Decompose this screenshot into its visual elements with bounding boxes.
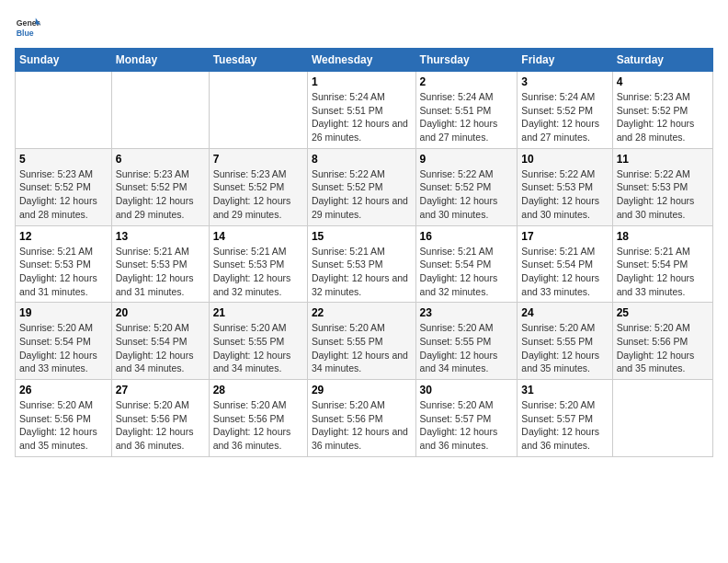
day-info: Sunrise: 5:22 AMSunset: 5:52 PMDaylight:…	[312, 167, 412, 222]
day-info: Sunrise: 5:21 AMSunset: 5:53 PMDaylight:…	[19, 245, 108, 299]
day-info: Sunrise: 5:20 AMSunset: 5:57 PMDaylight:…	[521, 398, 608, 453]
day-info: Sunrise: 5:24 AMSunset: 5:51 PMDaylight:…	[312, 90, 412, 144]
calendar-cell: 18 Sunrise: 5:21 AMSunset: 5:54 PMDaylig…	[612, 225, 712, 303]
day-info: Sunrise: 5:24 AMSunset: 5:52 PMDaylight:…	[521, 90, 608, 144]
day-number: 30	[420, 384, 514, 396]
day-number: 23	[420, 306, 514, 319]
day-number: 4	[617, 75, 709, 88]
calendar-cell: 16 Sunrise: 5:21 AMSunset: 5:54 PMDaylig…	[415, 225, 518, 303]
day-number: 31	[521, 384, 608, 396]
calendar-cell: 23 Sunrise: 5:20 AMSunset: 5:55 PMDaylig…	[415, 303, 518, 380]
calendar-cell: 2 Sunrise: 5:24 AMSunset: 5:51 PMDayligh…	[415, 72, 518, 149]
day-number: 21	[213, 306, 303, 319]
header-cell-thursday: Thursday	[415, 49, 518, 72]
day-number: 25	[617, 306, 709, 319]
calendar-cell: 9 Sunrise: 5:22 AMSunset: 5:52 PMDayligh…	[415, 148, 518, 225]
calendar-cell: 22 Sunrise: 5:20 AMSunset: 5:55 PMDaylig…	[307, 303, 415, 380]
calendar-week-4: 19 Sunrise: 5:20 AMSunset: 5:54 PMDaylig…	[16, 303, 713, 380]
day-info: Sunrise: 5:23 AMSunset: 5:52 PMDaylight:…	[617, 90, 709, 144]
calendar-cell	[111, 72, 209, 149]
day-info: Sunrise: 5:21 AMSunset: 5:54 PMDaylight:…	[420, 245, 514, 299]
day-number: 10	[521, 153, 608, 166]
header-row: SundayMondayTuesdayWednesdayThursdayFrid…	[16, 49, 713, 72]
day-number: 29	[312, 384, 412, 396]
day-info: Sunrise: 5:20 AMSunset: 5:56 PMDaylight:…	[19, 398, 108, 453]
day-number: 26	[19, 384, 108, 396]
day-number: 6	[116, 153, 205, 166]
calendar-cell: 30 Sunrise: 5:20 AMSunset: 5:57 PMDaylig…	[415, 380, 518, 457]
calendar-cell: 11 Sunrise: 5:22 AMSunset: 5:53 PMDaylig…	[612, 148, 712, 225]
day-info: Sunrise: 5:22 AMSunset: 5:53 PMDaylight:…	[617, 167, 709, 222]
day-info: Sunrise: 5:20 AMSunset: 5:56 PMDaylight:…	[617, 321, 709, 375]
logo-icon: General Blue	[15, 15, 40, 40]
calendar-cell: 26 Sunrise: 5:20 AMSunset: 5:56 PMDaylig…	[16, 380, 112, 457]
day-number: 3	[521, 75, 608, 88]
day-number: 28	[213, 384, 303, 396]
day-info: Sunrise: 5:23 AMSunset: 5:52 PMDaylight:…	[19, 167, 108, 222]
day-number: 19	[19, 306, 108, 319]
calendar-cell: 6 Sunrise: 5:23 AMSunset: 5:52 PMDayligh…	[111, 148, 209, 225]
day-info: Sunrise: 5:21 AMSunset: 5:54 PMDaylight:…	[617, 245, 709, 299]
calendar-cell: 20 Sunrise: 5:20 AMSunset: 5:54 PMDaylig…	[111, 303, 209, 380]
day-info: Sunrise: 5:21 AMSunset: 5:53 PMDaylight:…	[213, 245, 303, 299]
calendar-body: 1 Sunrise: 5:24 AMSunset: 5:51 PMDayligh…	[16, 72, 713, 457]
calendar-cell: 7 Sunrise: 5:23 AMSunset: 5:52 PMDayligh…	[209, 148, 307, 225]
calendar-cell: 15 Sunrise: 5:21 AMSunset: 5:53 PMDaylig…	[307, 225, 415, 303]
day-info: Sunrise: 5:20 AMSunset: 5:54 PMDaylight:…	[116, 321, 205, 375]
calendar-cell: 14 Sunrise: 5:21 AMSunset: 5:53 PMDaylig…	[209, 225, 307, 303]
header-cell-wednesday: Wednesday	[307, 49, 415, 72]
header-cell-friday: Friday	[518, 49, 612, 72]
day-info: Sunrise: 5:21 AMSunset: 5:53 PMDaylight:…	[312, 245, 412, 299]
day-info: Sunrise: 5:21 AMSunset: 5:54 PMDaylight:…	[521, 245, 608, 299]
calendar-cell: 5 Sunrise: 5:23 AMSunset: 5:52 PMDayligh…	[16, 148, 112, 225]
calendar-cell: 3 Sunrise: 5:24 AMSunset: 5:52 PMDayligh…	[518, 72, 612, 149]
day-number: 15	[312, 230, 412, 243]
page-header: General Blue	[15, 15, 713, 40]
day-info: Sunrise: 5:20 AMSunset: 5:55 PMDaylight:…	[213, 321, 303, 375]
day-info: Sunrise: 5:24 AMSunset: 5:51 PMDaylight:…	[420, 90, 514, 144]
calendar-cell: 31 Sunrise: 5:20 AMSunset: 5:57 PMDaylig…	[518, 380, 612, 457]
day-number: 18	[617, 230, 709, 243]
calendar-cell: 24 Sunrise: 5:20 AMSunset: 5:55 PMDaylig…	[518, 303, 612, 380]
header-cell-monday: Monday	[111, 49, 209, 72]
calendar-cell: 17 Sunrise: 5:21 AMSunset: 5:54 PMDaylig…	[518, 225, 612, 303]
calendar-cell: 25 Sunrise: 5:20 AMSunset: 5:56 PMDaylig…	[612, 303, 712, 380]
calendar-week-3: 12 Sunrise: 5:21 AMSunset: 5:53 PMDaylig…	[16, 225, 713, 303]
calendar-cell: 19 Sunrise: 5:20 AMSunset: 5:54 PMDaylig…	[16, 303, 112, 380]
day-number: 27	[116, 384, 205, 396]
logo: General Blue	[15, 15, 44, 40]
calendar-table: SundayMondayTuesdayWednesdayThursdayFrid…	[15, 48, 713, 457]
day-number: 2	[420, 75, 514, 88]
day-number: 13	[116, 230, 205, 243]
day-number: 22	[312, 306, 412, 319]
calendar-cell: 13 Sunrise: 5:21 AMSunset: 5:53 PMDaylig…	[111, 225, 209, 303]
day-info: Sunrise: 5:22 AMSunset: 5:53 PMDaylight:…	[521, 167, 608, 222]
day-info: Sunrise: 5:20 AMSunset: 5:54 PMDaylight:…	[19, 321, 108, 375]
svg-text:Blue: Blue	[17, 29, 34, 38]
header-cell-tuesday: Tuesday	[209, 49, 307, 72]
calendar-header: SundayMondayTuesdayWednesdayThursdayFrid…	[16, 49, 713, 72]
day-info: Sunrise: 5:20 AMSunset: 5:55 PMDaylight:…	[521, 321, 608, 375]
calendar-cell	[209, 72, 307, 149]
calendar-cell	[16, 72, 112, 149]
day-info: Sunrise: 5:23 AMSunset: 5:52 PMDaylight:…	[116, 167, 205, 222]
day-number: 16	[420, 230, 514, 243]
header-cell-saturday: Saturday	[612, 49, 712, 72]
calendar-week-2: 5 Sunrise: 5:23 AMSunset: 5:52 PMDayligh…	[16, 148, 713, 225]
calendar-cell: 28 Sunrise: 5:20 AMSunset: 5:56 PMDaylig…	[209, 380, 307, 457]
day-number: 14	[213, 230, 303, 243]
day-info: Sunrise: 5:20 AMSunset: 5:56 PMDaylight:…	[312, 398, 412, 453]
day-info: Sunrise: 5:20 AMSunset: 5:57 PMDaylight:…	[420, 398, 514, 453]
day-info: Sunrise: 5:21 AMSunset: 5:53 PMDaylight:…	[116, 245, 205, 299]
calendar-cell: 4 Sunrise: 5:23 AMSunset: 5:52 PMDayligh…	[612, 72, 712, 149]
day-info: Sunrise: 5:20 AMSunset: 5:55 PMDaylight:…	[420, 321, 514, 375]
day-number: 17	[521, 230, 608, 243]
day-number: 24	[521, 306, 608, 319]
calendar-cell: 12 Sunrise: 5:21 AMSunset: 5:53 PMDaylig…	[16, 225, 112, 303]
day-info: Sunrise: 5:23 AMSunset: 5:52 PMDaylight:…	[213, 167, 303, 222]
day-info: Sunrise: 5:22 AMSunset: 5:52 PMDaylight:…	[420, 167, 514, 222]
calendar-cell: 10 Sunrise: 5:22 AMSunset: 5:53 PMDaylig…	[518, 148, 612, 225]
calendar-week-5: 26 Sunrise: 5:20 AMSunset: 5:56 PMDaylig…	[16, 380, 713, 457]
calendar-cell: 21 Sunrise: 5:20 AMSunset: 5:55 PMDaylig…	[209, 303, 307, 380]
day-number: 20	[116, 306, 205, 319]
